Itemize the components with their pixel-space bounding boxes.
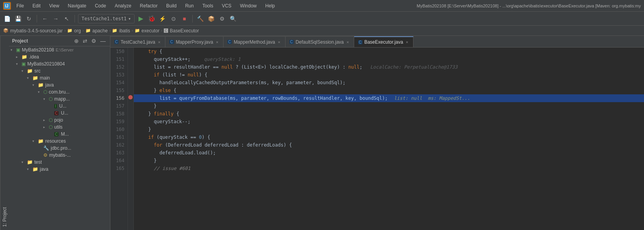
tab-close-mappermethod[interactable]: × [277, 40, 281, 44]
menu-code[interactable]: Code [93, 2, 108, 9]
tree-item-mc[interactable]: ▸ C M... [9, 131, 110, 138]
menu-refactor[interactable]: Refactor [138, 2, 159, 9]
gutter-165 [128, 165, 133, 172]
tree-item-utils[interactable]: ▸ ⬡ utils [9, 124, 110, 131]
toolbar-sync-btn[interactable]: ↻ [24, 14, 34, 23]
tree-arrow-mybatis202108: ▾ [11, 48, 16, 52]
line-num-150: 150 [114, 48, 124, 55]
toolbar-save-btn[interactable]: 💾 [13, 14, 23, 23]
tree-label-utils: utils [54, 124, 62, 130]
tree-label-java: java [45, 82, 54, 88]
menu-edit[interactable]: Edit [31, 2, 42, 9]
search-btn[interactable]: 🔍 [229, 14, 238, 23]
tree-item-java[interactable]: ▾ 📁 java [9, 81, 110, 88]
folder-icon-idea: 📁 [21, 54, 27, 60]
tree-item-main[interactable]: ▾ 📁 main [9, 74, 110, 81]
toolbar-forward-btn[interactable]: → [51, 14, 60, 23]
menu-run[interactable]: Run [184, 2, 195, 9]
breadcrumb-apache[interactable]: apache [92, 28, 108, 34]
run-config-label: TestCache1.test1 [82, 16, 127, 21]
tree-item-combru[interactable]: ▾ ⬡ com.bru... [9, 88, 110, 96]
code-line-163: deferredLoad.load(); [134, 149, 644, 157]
tree-item-mybatis20210804[interactable]: ▾ ▣ MyBatis20210804 [9, 60, 110, 67]
breadcrumb-sep-4: › [131, 28, 133, 33]
tree-item-src[interactable]: ▾ 📁 src [9, 67, 110, 74]
build-artifact-btn[interactable]: 📦 [207, 14, 216, 23]
menu-window[interactable]: Window [238, 2, 258, 9]
properties-icon-jdbc: 🔧 [43, 145, 49, 151]
menu-build[interactable]: Build [165, 2, 178, 9]
line-num-151: 151 [114, 55, 124, 63]
run-coverage-btn[interactable]: ⚡ [158, 14, 167, 23]
gutter-160 [128, 126, 133, 133]
menu-tools[interactable]: Tools [201, 2, 215, 9]
tree-label-test: test [34, 159, 42, 165]
tab-close-baseexecutor[interactable]: × [405, 40, 409, 44]
tree-arrow-main: ▾ [27, 76, 32, 80]
tree-item-mybatisconf[interactable]: ▸ ⚙ mybatis-... [9, 152, 110, 159]
run-config-dropdown[interactable]: TestCache1.test1 ▾ [78, 14, 135, 23]
tab-close-mapperproxy[interactable]: × [215, 40, 219, 44]
tree-item-test[interactable]: ▾ 📁 test [9, 159, 110, 166]
menu-vcs[interactable]: VCS [220, 2, 233, 9]
sidebar-sync-btn[interactable]: ⇄ [82, 37, 89, 44]
breadcrumb-org[interactable]: org [74, 28, 81, 34]
tree-item-pojo[interactable]: ▸ ⬡ pojo [9, 117, 110, 124]
tree-label-src: src [34, 68, 41, 74]
tree-suffix-mybatis202108: E:\Server [56, 48, 74, 52]
tree-item-resources[interactable]: ▾ 📁 resources [9, 138, 110, 145]
sidebar-collapse-btn[interactable]: — [99, 37, 107, 44]
tree-item-jdbc[interactable]: ▸ 🔧 jdbc.pro... [9, 145, 110, 152]
sidebar-settings-btn[interactable]: ⚙ [90, 37, 98, 44]
project-side-tab[interactable]: 1: Project [0, 36, 9, 230]
tree-label-combru: com.bru... [49, 89, 69, 95]
menu-view[interactable]: View [48, 2, 61, 9]
line-num-157: 157 [114, 102, 124, 110]
breadcrumb-jar[interactable]: mybatis-3.4.5-sources.jar [10, 28, 63, 34]
debug-button[interactable]: 🐞 [147, 14, 156, 23]
breadcrumb-executor[interactable]: executor [142, 28, 160, 34]
tree-item-testjava[interactable]: ▾ 📁 java [9, 166, 110, 173]
menu-analyze[interactable]: Analyze [113, 2, 133, 9]
tree-label-mybatis202108: MyBatis202108 [22, 47, 54, 53]
toolbar-sep-1 [37, 15, 37, 23]
breadcrumb-baseexecutor[interactable]: BaseExecutor [170, 28, 199, 34]
tree-item-u1[interactable]: ▸ I U... [9, 103, 110, 110]
sidebar-add-btn[interactable]: ⊕ [73, 37, 80, 44]
tree-arrow-testjava: ▾ [27, 167, 32, 171]
app-logo: IJ [3, 2, 11, 10]
run-button[interactable]: ▶ [136, 14, 145, 23]
line-num-158: 158 [114, 110, 124, 118]
menu-navigate[interactable]: Navigate [66, 2, 88, 9]
tree-item-mybatis202108[interactable]: ▾ ▣ MyBatis202108 E:\Server [9, 46, 110, 53]
profile-btn[interactable]: ⊙ [169, 14, 178, 23]
tab-baseexecutor[interactable]: C BaseExecutor.java × [354, 36, 413, 47]
toolbar-back-btn[interactable]: ← [40, 14, 50, 23]
toolbar-cursor-btn[interactable]: ↖ [62, 14, 71, 23]
tree-label-u1: U... [59, 103, 67, 109]
svg-text:IJ: IJ [5, 4, 8, 8]
tab-mapperproxy[interactable]: C MapperProxy.java × [165, 36, 224, 47]
tab-mappermethod[interactable]: C MapperMethod.java × [224, 36, 286, 47]
tree-arrow-mybatisconf: ▸ [38, 153, 43, 157]
editor-content[interactable]: 150 151 152 153 154 155 156 157 158 159 … [110, 48, 644, 230]
tree-arrow-utils: ▸ [43, 125, 49, 129]
tree-item-mapp[interactable]: ▾ ⬡ mapp... [9, 96, 110, 103]
tab-close-defaultsqlsession[interactable]: × [346, 40, 349, 44]
stop-button[interactable]: ■ [180, 14, 189, 23]
sidebar: Project ⊕ ⇄ ⚙ — ▾ ▣ MyBatis202108 E:\Ser… [9, 36, 110, 230]
toolbar-new-btn[interactable]: 📄 [2, 14, 12, 23]
settings-btn[interactable]: ⚙ [218, 14, 227, 23]
breadcrumb-ibatis[interactable]: ibatis [119, 28, 130, 34]
tree-item-u2[interactable]: ▸ C U... [9, 110, 110, 117]
gutter-162 [128, 141, 133, 149]
code-line-164: } [134, 157, 644, 165]
menu-help[interactable]: Help [264, 2, 277, 9]
tree-label-pojo: pojo [54, 117, 63, 123]
tree-item-idea[interactable]: ▸ 📁 .idea [9, 53, 110, 60]
tab-close-testcache1[interactable]: × [157, 40, 161, 44]
build-btn[interactable]: 🔨 [196, 14, 205, 23]
tab-testcache1[interactable]: C TestCache1.java × [110, 36, 165, 47]
menu-file[interactable]: File [15, 2, 25, 9]
tab-defaultsqlsession[interactable]: C DefaultSqlSession.java × [286, 36, 354, 47]
